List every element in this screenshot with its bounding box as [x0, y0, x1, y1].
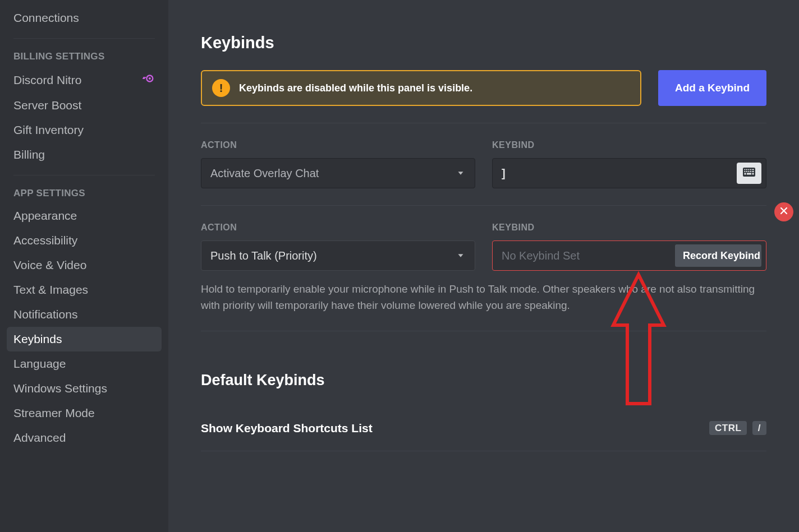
sidebar-item-nitro[interactable]: Discord Nitro: [7, 67, 162, 93]
keybind-row: ACTION Push to Talk (Priority) KEYBIND N…: [201, 223, 766, 271]
sidebar-item-label: Keybinds: [13, 332, 62, 346]
sidebar-item-label: Windows Settings: [13, 382, 107, 395]
sidebar-item-text-images[interactable]: Text & Images: [7, 277, 162, 302]
sidebar-item-accessibility[interactable]: Accessibility: [7, 228, 162, 253]
sidebar-item-label: Accessibility: [13, 234, 77, 247]
sidebar-item-label: Voice & Video: [13, 258, 86, 272]
keybind-label: KEYBIND: [492, 223, 766, 233]
keybind-value: ]: [502, 167, 506, 180]
sidebar-item-label: Gift Inventory: [13, 123, 84, 137]
close-button[interactable]: [774, 202, 793, 221]
settings-sidebar: Connections BILLING SETTINGS Discord Nit…: [0, 0, 168, 532]
default-keybinds-title: Default Keybinds: [201, 372, 766, 389]
sidebar-item-label: Appearance: [13, 209, 77, 223]
action-label: ACTION: [201, 223, 475, 233]
svg-rect-9: [746, 171, 747, 172]
svg-rect-10: [749, 171, 750, 172]
svg-rect-11: [750, 171, 751, 172]
chevron-down-icon: [456, 168, 466, 178]
close-icon: [779, 206, 788, 218]
header-row: ! Keybinds are disabled while this panel…: [201, 70, 766, 106]
svg-rect-6: [750, 169, 751, 170]
sidebar-item-label: Language: [13, 357, 66, 371]
sidebar-item-label: Text & Images: [13, 283, 88, 297]
svg-rect-3: [745, 169, 746, 170]
action-select-value: Push to Talk (Priority): [210, 249, 317, 262]
keybind-input[interactable]: ]: [492, 158, 766, 188]
divider: [201, 331, 766, 331]
record-keybind-button[interactable]: Record Keybind: [675, 244, 761, 267]
action-description: Hold to temporarily enable your micropho…: [201, 281, 766, 314]
divider: [201, 123, 766, 123]
keybind-column: KEYBIND No Keybind Set Record Keybind: [492, 223, 766, 271]
action-select[interactable]: Activate Overlay Chat: [201, 158, 475, 188]
keybind-input-empty[interactable]: No Keybind Set Record Keybind: [492, 240, 766, 271]
action-column: ACTION Push to Talk (Priority): [201, 223, 475, 271]
warning-icon: !: [212, 79, 230, 97]
nitro-icon: [143, 72, 155, 87]
key-combo: CTRL /: [709, 423, 766, 434]
chevron-down-icon: [456, 251, 466, 261]
action-select-value: Activate Overlay Chat: [210, 167, 319, 180]
keyboard-icon: [742, 167, 756, 179]
sidebar-item-appearance[interactable]: Appearance: [7, 203, 162, 228]
sidebar-item-streamer-mode[interactable]: Streamer Mode: [7, 401, 162, 425]
action-label: ACTION: [201, 140, 475, 150]
keybind-row: ACTION Activate Overlay Chat KEYBIND ]: [201, 140, 766, 188]
sidebar-item-label: Billing: [13, 148, 45, 161]
svg-rect-12: [752, 171, 754, 172]
svg-rect-8: [745, 171, 746, 172]
sidebar-item-advanced[interactable]: Advanced: [7, 425, 162, 450]
keybind-label: KEYBIND: [492, 140, 766, 150]
keybind-placeholder: No Keybind Set: [502, 249, 580, 262]
keyboard-edit-button[interactable]: [737, 163, 761, 184]
svg-rect-13: [745, 173, 746, 175]
sidebar-item-label: Discord Nitro: [13, 73, 81, 87]
default-keybind-label: Show Keyboard Shortcuts List: [201, 422, 373, 435]
sidebar-item-label: Notifications: [13, 308, 77, 321]
sidebar-item-server-boost[interactable]: Server Boost: [7, 93, 162, 118]
divider: [201, 451, 766, 451]
warning-banner: ! Keybinds are disabled while this panel…: [201, 70, 641, 106]
sidebar-item-keybinds[interactable]: Keybinds: [7, 327, 162, 351]
warning-text: Keybinds are disabled while this panel i…: [239, 82, 472, 94]
sidebar-item-label: Server Boost: [13, 99, 81, 112]
key-pill-ctrl: CTRL: [709, 421, 747, 435]
divider: [201, 205, 766, 206]
action-column: ACTION Activate Overlay Chat: [201, 140, 475, 188]
svg-point-1: [149, 77, 151, 80]
svg-rect-15: [752, 173, 754, 175]
sidebar-section-app: APP SETTINGS: [7, 175, 162, 203]
svg-rect-5: [749, 169, 750, 170]
keybind-column: KEYBIND ]: [492, 140, 766, 188]
key-pill-slash: /: [752, 421, 766, 435]
sidebar-item-language[interactable]: Language: [7, 351, 162, 376]
sidebar-section-billing: BILLING SETTINGS: [7, 39, 162, 67]
svg-rect-14: [747, 173, 751, 175]
sidebar-item-gift-inventory[interactable]: Gift Inventory: [7, 118, 162, 142]
add-keybind-button[interactable]: Add a Keybind: [658, 70, 766, 106]
sidebar-item-notifications[interactable]: Notifications: [7, 302, 162, 327]
sidebar-item-connections[interactable]: Connections: [7, 6, 162, 30]
sidebar-item-billing[interactable]: Billing: [7, 142, 162, 167]
action-select[interactable]: Push to Talk (Priority): [201, 240, 475, 271]
sidebar-item-label: Advanced: [13, 431, 66, 445]
keybinds-settings-panel: Keybinds ! Keybinds are disabled while t…: [168, 0, 799, 532]
sidebar-item-label: Streamer Mode: [13, 406, 95, 420]
sidebar-item-windows-settings[interactable]: Windows Settings: [7, 376, 162, 401]
sidebar-item-voice-video[interactable]: Voice & Video: [7, 253, 162, 277]
default-keybind-row: Show Keyboard Shortcuts List CTRL /: [201, 422, 766, 435]
sidebar-item-label: Connections: [13, 11, 79, 25]
svg-rect-7: [752, 169, 754, 170]
page-title: Keybinds: [201, 34, 766, 52]
svg-rect-4: [746, 169, 747, 170]
